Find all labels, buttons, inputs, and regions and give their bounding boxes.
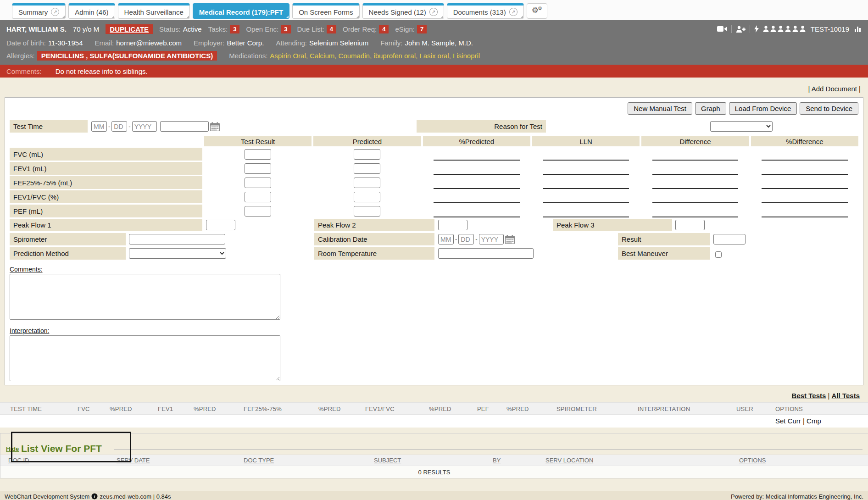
col-fef25-75: FEF25%-75% <box>244 406 282 412</box>
col-header-pct-predicted: %Predicted <box>423 136 530 146</box>
col-by[interactable]: BY <box>493 457 501 464</box>
send-to-device-button[interactable]: Send to Device <box>800 102 858 115</box>
col-doc-type[interactable]: DOC TYPE <box>244 457 274 464</box>
open-enc-label: Open Enc: <box>246 25 278 33</box>
popout-icon[interactable]: ↗ <box>429 8 438 16</box>
add-person-icon[interactable] <box>736 26 746 33</box>
medication-link[interactable]: Lisinopril <box>453 52 480 60</box>
calendar-icon[interactable] <box>210 122 220 131</box>
tab-needs-signed[interactable]: Needs Signed (12) ↗ <box>362 3 444 19</box>
separator: | <box>803 417 805 425</box>
col-serv-location[interactable]: SERV LOCATION <box>545 457 593 464</box>
tab-documents[interactable]: Documents (313) ↗ <box>447 3 524 19</box>
medication-link[interactable]: Lasix oral <box>419 52 453 60</box>
col-subject[interactable]: SUBJECT <box>374 457 401 464</box>
reason-for-test-select[interactable] <box>710 121 773 132</box>
spirometer-input[interactable] <box>129 234 225 244</box>
tab-admin[interactable]: Admin (46) <box>68 3 115 19</box>
video-camera-icon[interactable] <box>717 26 727 32</box>
test-time-time-input[interactable] <box>160 121 209 132</box>
comments-label: Comments: <box>6 67 42 75</box>
col-doc-id[interactable]: DOC ID <box>8 457 29 464</box>
best-tests-link[interactable]: Best Tests <box>792 392 826 400</box>
settings-button[interactable]: ⚙ ⚙ <box>527 3 547 19</box>
lightning-icon[interactable] <box>754 25 759 33</box>
result-input[interactable] <box>713 234 746 244</box>
medication-link[interactable]: Aspirin Oral <box>270 52 310 60</box>
person-icon <box>800 26 806 32</box>
row-label-fev1: FEV1 (mL) <box>10 162 202 175</box>
email-label: Email: <box>95 39 114 47</box>
medication-link[interactable]: ibuprofen oral <box>373 52 419 60</box>
load-from-device-button[interactable]: Load From Device <box>729 102 797 115</box>
all-tests-link[interactable]: All Tests <box>832 392 860 400</box>
fev1-pct-difference-value <box>751 162 858 175</box>
room-temperature-input[interactable] <box>438 248 534 259</box>
medication-link[interactable]: Coumadin <box>339 52 374 60</box>
fef25-75-pct-difference-value <box>751 176 858 189</box>
results-row: Set Curr | Cmp <box>0 415 868 428</box>
calendar-icon[interactable] <box>505 235 515 244</box>
form-comments-textarea[interactable] <box>10 274 280 320</box>
pef-pct-predicted-value <box>423 205 530 217</box>
fev1-fvc-test-result-input[interactable] <box>245 192 271 202</box>
col-serv-date[interactable]: SERV DATE <box>117 457 150 464</box>
peak-flow-3-input[interactable] <box>675 220 705 230</box>
peak-flow-2-input[interactable] <box>438 220 467 230</box>
reason-for-test-label: Reason for Test <box>417 120 546 133</box>
new-manual-test-button[interactable]: New Manual Test <box>628 102 692 115</box>
test-time-month-input[interactable] <box>91 121 107 132</box>
popout-icon[interactable]: ↗ <box>51 8 59 16</box>
pef-test-result-input[interactable] <box>245 206 271 217</box>
hide-list-view-link[interactable]: Hide <box>6 445 19 452</box>
graph-button[interactable]: Graph <box>695 102 726 115</box>
bar-chart-icon[interactable] <box>854 26 862 32</box>
popout-icon[interactable]: ↗ <box>509 8 517 16</box>
footer-host: zeus.med-web.com | 0.84s <box>100 493 171 500</box>
fvc-predicted-input[interactable] <box>354 149 380 160</box>
cmp-link[interactable]: Cmp <box>807 417 821 425</box>
info-icon[interactable]: i <box>91 493 98 500</box>
test-time-year-input[interactable] <box>132 121 157 132</box>
fev1-fvc-predicted-input[interactable] <box>354 192 380 202</box>
col-doc-options[interactable]: OPTIONS <box>739 457 766 464</box>
interpretation-textarea[interactable] <box>10 335 280 381</box>
peak-flow-1-input[interactable] <box>206 220 235 230</box>
order-req-count-badge[interactable]: 4 <box>379 25 389 33</box>
calibration-day-input[interactable] <box>458 234 474 244</box>
patient-banner: HART, WILLIAM S. 70 y/o M DUPLICATE Stat… <box>0 20 868 65</box>
best-maneuver-checkbox[interactable] <box>715 251 722 258</box>
test-time-day-input[interactable] <box>111 121 127 132</box>
tab-summary[interactable]: Summary ↗ <box>12 3 66 19</box>
medication-link[interactable]: Calcium <box>310 52 339 60</box>
tab-on-screen-forms[interactable]: On Screen Forms <box>292 3 359 19</box>
fev1-fvc-lln-value <box>532 190 640 203</box>
due-list-count-badge[interactable]: 4 <box>327 25 336 33</box>
prediction-method-select[interactable] <box>129 248 226 259</box>
footer-app-name: WebChart Development System <box>5 493 89 500</box>
fef25-75-predicted-input[interactable] <box>354 178 380 188</box>
set-curr-link[interactable]: Set Curr <box>775 417 801 425</box>
calibration-year-input[interactable] <box>479 234 504 244</box>
allergies-value[interactable]: PENICILLINS , SULFA(SULFONAMIDE ANTIBIOT… <box>37 51 217 61</box>
fev1-test-result-input[interactable] <box>245 163 271 174</box>
open-enc-count-badge[interactable]: 3 <box>281 25 290 33</box>
fvc-test-result-input[interactable] <box>245 149 271 160</box>
pft-page: | Add Document | New Manual Test Graph L… <box>0 78 868 500</box>
patient-age-sex: 70 y/o M <box>73 25 100 33</box>
tab-health-surveillance[interactable]: Health Surveillance <box>118 3 190 19</box>
tab-medical-record[interactable]: Medical Record (179):PFT <box>193 3 289 19</box>
row-label-fev1-fvc: FEV1/FVC (%) <box>10 190 202 203</box>
duplicate-flag[interactable]: DUPLICATE <box>106 24 153 34</box>
svg-text:i: i <box>94 494 95 499</box>
calibration-month-input[interactable] <box>438 234 454 244</box>
online-users-icons[interactable] <box>763 26 806 32</box>
tasks-count-badge[interactable]: 3 <box>230 25 239 33</box>
footer-powered-by: Powered by: Medical Informatics Engineer… <box>731 493 863 500</box>
add-document-link[interactable]: Add Document <box>812 85 857 93</box>
fef25-75-test-result-input[interactable] <box>245 178 271 188</box>
esign-count-badge[interactable]: 7 <box>417 25 427 33</box>
employer-value: Better Corp. <box>227 39 264 47</box>
pef-predicted-input[interactable] <box>354 206 380 217</box>
fev1-predicted-input[interactable] <box>354 163 380 174</box>
